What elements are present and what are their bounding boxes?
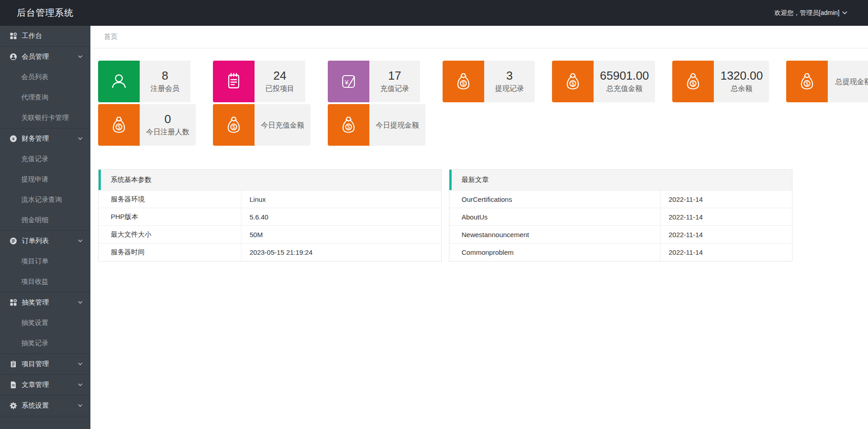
table-cell-name: Commonproblem <box>449 243 660 261</box>
table-row: 最大文件大小 50M <box>99 226 441 243</box>
sidebar-item-label: 抽奖管理 <box>22 298 77 307</box>
stat-card-label: 充值记录 <box>380 84 409 94</box>
stat-card-label: 今日注册人数 <box>146 128 189 137</box>
sidebar-item-icon <box>9 381 17 389</box>
stat-card-icon <box>672 61 714 102</box>
sidebar-item[interactable]: 抽奖管理 <box>0 292 90 313</box>
app-title: 后台管理系统 <box>17 7 74 19</box>
stat-card-icon <box>786 61 828 102</box>
sidebar-group: 项目管理 <box>0 354 90 375</box>
stat-column: 3 提现记录 <box>443 61 535 102</box>
sidebar-group: 抽奖管理 抽奖设置抽奖记录 <box>0 292 90 354</box>
stat-card-text: 17 充值记录 <box>369 61 420 102</box>
panel-latest-articles: 最新文章 OurCertifications 2022-11-14 AboutU… <box>449 169 793 262</box>
stat-card-value: 8 <box>162 69 168 83</box>
sidebar-subitem[interactable]: 关联银行卡管理 <box>0 108 90 128</box>
sidebar-subitem[interactable]: 代理查询 <box>0 87 90 108</box>
table-cell-name: 服务器时间 <box>99 243 241 261</box>
table-row: OurCertifications 2022-11-14 <box>449 191 792 208</box>
table-cell-name: 最大文件大小 <box>99 226 241 243</box>
sidebar-item-icon <box>9 237 17 245</box>
sidebar-item[interactable]: 工作台 <box>0 26 90 46</box>
stat-card-value: 24 <box>274 69 287 83</box>
sidebar-subitem[interactable]: 抽奖记录 <box>0 333 90 353</box>
sidebar-item[interactable]: 会员管理 <box>0 47 90 67</box>
chevron-down-icon <box>77 238 83 244</box>
chevron-down-icon <box>77 136 83 142</box>
stat-card-icon <box>213 104 255 146</box>
stat-card-icon <box>98 61 140 102</box>
stat-column: 8 注册会员 0 今日注册人数 <box>98 61 196 146</box>
stat-card-icon <box>328 104 369 146</box>
sidebar-group: 财务管理 充值记录提现申请流水记录查询佣金明细 <box>0 129 90 231</box>
sidebar-subitem[interactable]: 项目订单 <box>0 251 90 272</box>
stat-card-icon <box>443 61 484 102</box>
sidebar-item[interactable]: 项目管理 <box>0 354 90 374</box>
sidebar-subitem[interactable]: 抽奖设置 <box>0 313 90 333</box>
breadcrumb[interactable]: 首页 <box>104 33 118 41</box>
table-cell-value: 2022-11-14 <box>660 208 792 225</box>
sidebar-menu: 工作台 会员管理 会员列表代理查询关联银行卡管理 财务管理 充值记录提现申请流水… <box>0 26 90 416</box>
stat-card: 3 提现记录 <box>443 61 535 102</box>
stat-card-text: 8 注册会员 <box>140 61 190 102</box>
table-row: 服务器时间 2023-05-15 21:19:24 <box>99 243 441 261</box>
sidebar-subitem[interactable]: 项目收益 <box>0 272 90 292</box>
sidebar-item-icon <box>9 32 17 40</box>
sidebar-item-label: 文章管理 <box>22 381 77 389</box>
table-cell-name: PHP版本 <box>99 208 241 225</box>
stat-card: 17 充值记录 <box>328 61 425 102</box>
sidebar-item-label: 财务管理 <box>22 134 77 143</box>
table-row: 服务器环境 Linux <box>99 191 441 208</box>
table-row: Commonproblem 2022-11-14 <box>449 243 792 261</box>
stat-card-label: 已投项目 <box>265 84 294 94</box>
stat-card: 总提现金额 <box>786 61 868 102</box>
sidebar-item[interactable]: 财务管理 <box>0 129 90 149</box>
sidebar-item-label: 项目管理 <box>22 360 77 368</box>
stat-card-text: 3 提现记录 <box>484 61 535 102</box>
table-cell-name: AboutUs <box>449 208 660 225</box>
sidebar-item-icon <box>9 299 17 306</box>
sidebar-subitem[interactable]: 充值记录 <box>0 149 90 169</box>
sidebar-item-icon <box>9 402 17 410</box>
sidebar-item-icon <box>9 135 17 143</box>
welcome-text: 欢迎您，管理员[admin] <box>774 9 840 17</box>
panel-title: 最新文章 <box>449 170 792 191</box>
table-cell-value: 2023-05-15 21:19:24 <box>241 243 441 261</box>
stat-card-value: 1320.00 <box>720 69 763 83</box>
sidebar-group: 文章管理 <box>0 375 90 396</box>
table-row: AboutUs 2022-11-14 <box>449 208 792 226</box>
sidebar-item[interactable]: 系统设置 <box>0 396 90 416</box>
table-row: PHP版本 5.6.40 <box>99 208 441 226</box>
sidebar-item[interactable]: 订单列表 <box>0 231 90 251</box>
stat-card-label: 总余额 <box>731 84 752 94</box>
sidebar-subitem[interactable]: 流水记录查询 <box>0 190 90 210</box>
table-cell-value: 2022-11-14 <box>660 191 792 208</box>
stat-card: 今日充值金额 <box>213 104 311 146</box>
stat-card-label: 注册会员 <box>151 84 179 94</box>
chevron-down-icon <box>77 300 83 305</box>
stat-card-text: 总提现金额 <box>828 61 868 102</box>
sidebar-subitem[interactable]: 佣金明细 <box>0 210 90 230</box>
sidebar: 工作台 会员管理 会员列表代理查询关联银行卡管理 财务管理 充值记录提现申请流水… <box>0 26 90 429</box>
sidebar-item-label: 订单列表 <box>22 237 77 245</box>
sidebar-subitem[interactable]: 会员列表 <box>0 67 90 87</box>
chevron-down-icon <box>77 54 83 60</box>
stat-card-value: 65901.00 <box>600 69 649 83</box>
table-cell-value: 5.6.40 <box>241 208 441 225</box>
stat-card: 24 已投项目 <box>213 61 311 102</box>
stat-card-icon <box>213 61 255 102</box>
stat-card: 65901.00 总充值金额 <box>552 61 655 102</box>
stat-column: 17 充值记录 今日提现金额 <box>328 61 425 146</box>
table-cell-value: Linux <box>241 191 441 208</box>
stat-card: 1320.00 总余额 <box>672 61 769 102</box>
stats-row: 8 注册会员 0 今日注册人数 24 已投项目 今日充值金额 <box>98 61 860 146</box>
stat-card: 今日提现金额 <box>328 104 425 146</box>
stat-column: 65901.00 总充值金额 <box>552 61 655 102</box>
sidebar-item[interactable]: 文章管理 <box>0 375 90 395</box>
user-menu[interactable]: 欢迎您，管理员[admin] <box>774 9 848 17</box>
stat-column: 24 已投项目 今日充值金额 <box>213 61 311 146</box>
panels-row: 系统基本参数 服务器环境 Linux PHP版本 5.6.40 最大文件大小 5… <box>98 169 860 262</box>
sidebar-group: 系统设置 <box>0 396 90 416</box>
stat-card-label: 总提现金额 <box>835 77 868 87</box>
sidebar-subitem[interactable]: 提现申请 <box>0 169 90 190</box>
